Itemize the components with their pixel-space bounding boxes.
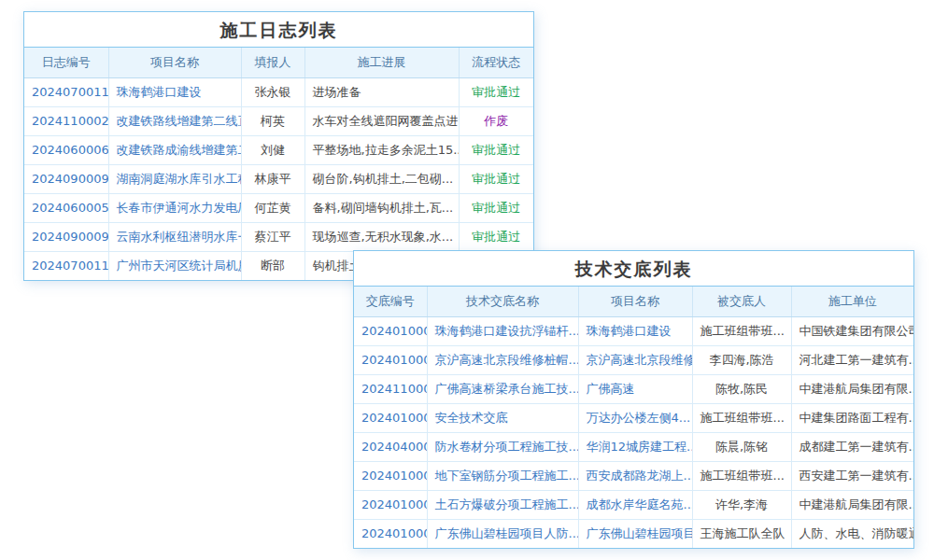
cell-name[interactable]: 安全技术交底: [427, 403, 578, 432]
cell-reporter: 断部: [241, 251, 304, 280]
cell-reporter: 张永银: [241, 77, 304, 106]
cell-name[interactable]: 京沪高速北京段维修桩帽...: [427, 345, 578, 374]
cell-project[interactable]: 珠海鹤港口建设: [578, 316, 692, 345]
table-row[interactable]: 2024010003珠海鹤港口建设抗浮锚杆...珠海鹤港口建设施工班组带班...…: [354, 316, 913, 345]
column-header: 交底编号: [354, 287, 427, 316]
table-row[interactable]: 2024090009湖南洞庭湖水库引水工程...林康平砌台阶,钩机排土,二包砌.…: [24, 164, 533, 193]
cell-project[interactable]: 广佛高速: [578, 374, 692, 403]
cell-project[interactable]: 广东佛山碧桂园项目: [578, 519, 692, 548]
table-header-row: 交底编号技术交底名称项目名称被交底人施工单位: [354, 287, 913, 316]
cell-id[interactable]: 2024070011: [24, 251, 108, 280]
cell-project[interactable]: 京沪高速北京段维修: [578, 345, 692, 374]
table-body: 2024010003珠海鹤港口建设抗浮锚杆...珠海鹤港口建设施工班组带班...…: [354, 316, 913, 548]
table-row[interactable]: 2024110002改建铁路线增建第二线直...柯英水车对全线遮阳网覆盖点进..…: [24, 106, 533, 135]
table-row[interactable]: 2024110001广佛高速桥梁承台施工技...广佛高速陈牧,陈民中建港航局集团…: [354, 374, 913, 403]
cell-id[interactable]: 2024060006: [24, 135, 108, 164]
cell-project[interactable]: 云南水利枢纽潜明水库一...: [108, 222, 241, 251]
cell-unit: 河北建工第一建筑有...: [791, 345, 913, 374]
table-header-row: 日志编号项目名称填报人施工进展流程状态: [24, 48, 533, 77]
column-header: 施工进展: [304, 48, 459, 77]
status-badge: 审批通过: [459, 164, 533, 193]
cell-project[interactable]: 华润12城房建工程...: [578, 432, 692, 461]
cell-unit: 成都建工第一建筑有...: [791, 432, 913, 461]
column-header: 项目名称: [578, 287, 692, 316]
cell-project[interactable]: 西安成都路龙湖上...: [578, 461, 692, 490]
cell-unit: 人防、水电、消防暖通...: [791, 519, 913, 548]
column-header: 技术交底名称: [427, 287, 578, 316]
cell-id[interactable]: 2024010002: [354, 461, 427, 490]
cell-unit: 中建集团路面工程有...: [791, 403, 913, 432]
cell-unit: 中建港航局集团有限...: [791, 490, 913, 519]
cell-reporter: 林康平: [241, 164, 304, 193]
table-row[interactable]: 2024040001防水卷材分项工程施工技...华润12城房建工程...陈晨,陈…: [354, 432, 913, 461]
cell-project[interactable]: 珠海鹤港口建设: [108, 77, 241, 106]
construction-log-panel: 施工日志列表 日志编号项目名称填报人施工进展流程状态 2024070011珠海鹤…: [23, 11, 534, 281]
cell-id[interactable]: 2024010004: [354, 345, 427, 374]
cell-progress: 平整场地,拉走多余泥土15...: [304, 135, 459, 164]
table-row[interactable]: 2024060005长春市伊通河水力发电厂...何芷黄备料,砌间墙钩机排土,瓦.…: [24, 193, 533, 222]
cell-receiver: 陈牧,陈民: [692, 374, 791, 403]
column-header: 项目名称: [108, 48, 241, 77]
cell-unit: 西安建工第一建筑有...: [791, 461, 913, 490]
technical-disclosure-panel: 技术交底列表 交底编号技术交底名称项目名称被交底人施工单位 2024010003…: [353, 250, 914, 549]
cell-name[interactable]: 广东佛山碧桂园项目人防...: [427, 519, 578, 548]
cell-receiver: 许华,李海: [692, 490, 791, 519]
status-badge: 审批通过: [459, 77, 533, 106]
column-header: 日志编号: [24, 48, 108, 77]
table-row[interactable]: 2024010001广东佛山碧桂园项目人防...广东佛山碧桂园项目王海施工队全队…: [354, 519, 913, 548]
cell-project[interactable]: 万达办公楼左侧4...: [578, 403, 692, 432]
cell-id[interactable]: 2024090009: [24, 222, 108, 251]
table-row[interactable]: 2024010002土石方爆破分项工程施工...成都水岸华庭名苑...许华,李海…: [354, 490, 913, 519]
cell-id[interactable]: 2024070011: [24, 77, 108, 106]
table-row[interactable]: 2024010003安全技术交底万达办公楼左侧4...施工班组带班...中建集团…: [354, 403, 913, 432]
column-header: 流程状态: [459, 48, 533, 77]
column-header: 施工单位: [791, 287, 913, 316]
cell-name[interactable]: 广佛高速桥梁承台施工技...: [427, 374, 578, 403]
cell-receiver: 施工班组带班...: [692, 461, 791, 490]
cell-project[interactable]: 改建铁路成渝线增建第二...: [108, 135, 241, 164]
cell-receiver: 陈晨,陈铭: [692, 432, 791, 461]
status-badge: 作废: [459, 106, 533, 135]
column-header: 填报人: [241, 48, 304, 77]
cell-receiver: 施工班组带班...: [692, 316, 791, 345]
technical-disclosure-title: 技术交底列表: [354, 251, 913, 287]
cell-progress: 砌台阶,钩机排土,二包砌...: [304, 164, 459, 193]
cell-name[interactable]: 地下室钢筋分项工程施工...: [427, 461, 578, 490]
status-badge: 审批通过: [459, 193, 533, 222]
cell-name[interactable]: 土石方爆破分项工程施工...: [427, 490, 578, 519]
construction-log-title: 施工日志列表: [24, 12, 533, 48]
cell-name[interactable]: 防水卷材分项工程施工技...: [427, 432, 578, 461]
cell-name[interactable]: 珠海鹤港口建设抗浮锚杆...: [427, 316, 578, 345]
table-row[interactable]: 2024060006改建铁路成渝线增建第二...刘健平整场地,拉走多余泥土15.…: [24, 135, 533, 164]
cell-project[interactable]: 改建铁路线增建第二线直...: [108, 106, 241, 135]
cell-reporter: 蔡江平: [241, 222, 304, 251]
cell-id[interactable]: 2024090009: [24, 164, 108, 193]
cell-receiver: 王海施工队全队: [692, 519, 791, 548]
status-badge: 审批通过: [459, 135, 533, 164]
cell-id[interactable]: 2024040001: [354, 432, 427, 461]
cell-unit: 中国铁建集团有限公司: [791, 316, 913, 345]
cell-project[interactable]: 长春市伊通河水力发电厂...: [108, 193, 241, 222]
cell-id[interactable]: 2024010003: [354, 316, 427, 345]
table-row[interactable]: 2024090009云南水利枢纽潜明水库一...蔡江平现场巡查,无积水现象,水.…: [24, 222, 533, 251]
cell-reporter: 柯英: [241, 106, 304, 135]
cell-project[interactable]: 广州市天河区统计局机房...: [108, 251, 241, 280]
table-row[interactable]: 2024070011珠海鹤港口建设张永银进场准备审批通过: [24, 77, 533, 106]
cell-receiver: 施工班组带班...: [692, 403, 791, 432]
cell-id[interactable]: 2024010001: [354, 519, 427, 548]
cell-id[interactable]: 2024010003: [354, 403, 427, 432]
cell-reporter: 何芷黄: [241, 193, 304, 222]
construction-log-table: 日志编号项目名称填报人施工进展流程状态 2024070011珠海鹤港口建设张永银…: [24, 48, 533, 280]
cell-progress: 水车对全线遮阳网覆盖点进...: [304, 106, 459, 135]
cell-reporter: 刘健: [241, 135, 304, 164]
table-row[interactable]: 2024010004京沪高速北京段维修桩帽...京沪高速北京段维修李四海,陈浩河…: [354, 345, 913, 374]
cell-id[interactable]: 2024110001: [354, 374, 427, 403]
cell-id[interactable]: 2024110002: [24, 106, 108, 135]
cell-id[interactable]: 2024060005: [24, 193, 108, 222]
cell-unit: 中建港航局集团有限...: [791, 374, 913, 403]
cell-project[interactable]: 湖南洞庭湖水库引水工程...: [108, 164, 241, 193]
cell-project[interactable]: 成都水岸华庭名苑...: [578, 490, 692, 519]
table-row[interactable]: 2024010002地下室钢筋分项工程施工...西安成都路龙湖上...施工班组带…: [354, 461, 913, 490]
cell-id[interactable]: 2024010002: [354, 490, 427, 519]
technical-disclosure-table: 交底编号技术交底名称项目名称被交底人施工单位 2024010003珠海鹤港口建设…: [354, 287, 913, 548]
